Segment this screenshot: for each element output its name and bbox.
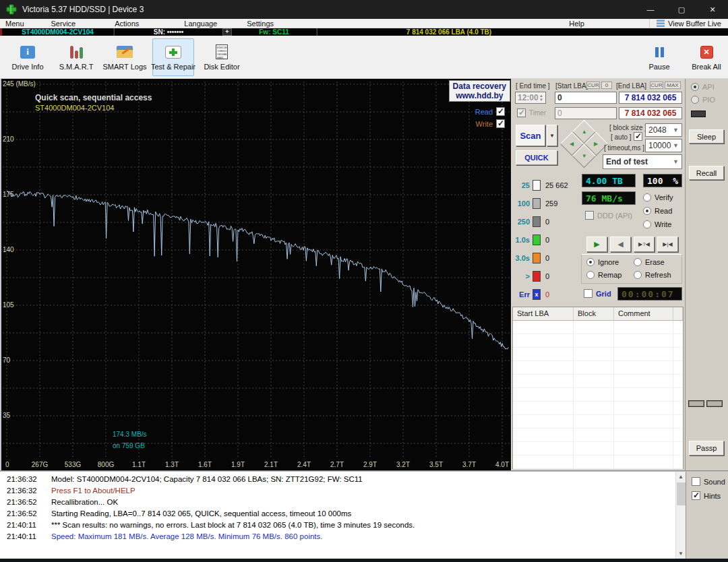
down-arrow-icon: ▼ xyxy=(582,153,587,159)
menu-item-settings[interactable]: Settings xyxy=(243,20,278,28)
read-checkbox[interactable] xyxy=(496,107,505,116)
erase-option[interactable]: Erase xyxy=(634,258,665,266)
ignore-option[interactable]: Ignore xyxy=(586,258,619,266)
menu-item-actions[interactable]: Actions xyxy=(111,20,143,28)
end-time-spinner[interactable]: 12:00▲▼ xyxy=(515,92,546,104)
start-lba-zero-button[interactable]: 0 xyxy=(601,82,612,89)
serial-reveal-button[interactable]: + xyxy=(222,28,232,36)
svg-text:1.6T: 1.6T xyxy=(198,461,212,468)
read-option[interactable]: Read xyxy=(643,207,672,215)
table-row[interactable] xyxy=(513,415,683,429)
end-lba-cur-button[interactable]: CUR xyxy=(650,82,663,89)
write-checkbox[interactable] xyxy=(496,119,505,128)
menu-item-service[interactable]: Service xyxy=(47,20,80,28)
write-option[interactable]: Write xyxy=(643,220,671,228)
log-entry: 21:40:11*** Scan results: no warnings, n… xyxy=(0,521,675,532)
stat-block-icon xyxy=(533,271,541,282)
test-repair-button[interactable]: Test & Repair xyxy=(152,38,194,76)
maximize-button[interactable]: ▢ xyxy=(666,0,697,19)
rewind-button[interactable]: ◀ xyxy=(610,237,631,252)
log-entry: 21:36:52Starting Reading, LBA=0..7 814 0… xyxy=(0,509,675,521)
capacity-lcd: 4.00 TB xyxy=(582,174,636,187)
scroll-up-icon[interactable]: ▲ xyxy=(676,472,686,482)
left-arrow-icon: ◀ xyxy=(570,141,574,147)
scroll-thumb[interactable] xyxy=(677,482,686,505)
defect-table[interactable]: Start LBA Block Comment xyxy=(512,307,684,469)
stat-block-icon xyxy=(533,235,541,245)
app-window: Victoria 5.37 HDD/SSD | Device 3 — ▢ ✕ M… xyxy=(0,0,728,562)
recall-button[interactable]: Recall xyxy=(689,166,724,180)
scan-dropdown-button[interactable]: ▼ xyxy=(547,125,557,146)
smart-button[interactable]: S.M.A.R.T xyxy=(55,38,97,76)
table-row[interactable] xyxy=(513,442,683,456)
table-row[interactable] xyxy=(513,348,683,361)
auto-checkbox[interactable] xyxy=(634,132,642,141)
table-row[interactable] xyxy=(513,321,683,334)
table-row[interactable] xyxy=(513,456,683,469)
table-row[interactable] xyxy=(513,361,683,375)
svg-text:800G: 800G xyxy=(98,461,115,468)
stat-block-icon xyxy=(533,180,541,191)
view-buffer-live-button[interactable]: View Buffer Live xyxy=(649,19,728,28)
svg-text:175: 175 xyxy=(3,191,14,198)
log-scrollbar[interactable]: ▲ ▼ xyxy=(675,472,686,559)
column-start-lba: Start LBA xyxy=(513,307,574,320)
scan-button[interactable]: Scan xyxy=(516,125,545,146)
quick-button[interactable]: QUICK xyxy=(516,150,557,165)
menu-item-menu[interactable]: Menu xyxy=(1,20,28,28)
write-legend: Write xyxy=(476,119,505,128)
table-row[interactable] xyxy=(513,334,683,348)
goto-end-button[interactable]: ▶|◀ xyxy=(657,237,678,252)
passp-button[interactable]: Passp xyxy=(689,441,724,456)
stat-block-icon xyxy=(533,216,541,227)
timeout-combo[interactable]: 10000▼ xyxy=(645,139,682,152)
scroll-down-icon[interactable]: ▼ xyxy=(676,549,686,559)
start-lba-cur-button[interactable]: CUR xyxy=(586,82,600,89)
stat-block-icon xyxy=(533,253,541,263)
timer-checkbox[interactable] xyxy=(517,108,526,117)
toolbar: i Drive Info S.M.A.R.T SMART Logs Test &… xyxy=(0,36,728,79)
timer-input[interactable]: 0 xyxy=(555,107,617,119)
stat-row-3.0s: 3.0s0 xyxy=(514,253,549,263)
pause-button[interactable]: Pause xyxy=(640,38,678,76)
ddd-option[interactable]: DDD (API) xyxy=(585,211,632,220)
smart-logs-button[interactable]: SMART Logs xyxy=(104,38,146,76)
play-icon: ▶ xyxy=(594,240,599,249)
end-of-test-combo[interactable]: End of test▼ xyxy=(603,154,682,169)
grid-checkbox[interactable] xyxy=(584,289,593,298)
start-lba-input[interactable]: 0 xyxy=(555,92,617,104)
hints-option[interactable]: Hints xyxy=(692,491,721,500)
verify-option[interactable]: Verify xyxy=(643,193,673,201)
test-tubes-icon xyxy=(70,46,83,59)
block-size-combo[interactable]: 2048▼ xyxy=(645,123,682,137)
remap-option[interactable]: Remap xyxy=(586,271,621,279)
table-row[interactable] xyxy=(513,402,683,415)
table-row[interactable] xyxy=(513,375,683,388)
break-all-button[interactable]: ✕ Break All xyxy=(688,38,725,76)
disk-editor-button[interactable]: 010110 110011 101000 0001 Disk Editor xyxy=(201,38,243,76)
sleep-button[interactable]: Sleep xyxy=(689,129,724,144)
current-lba-display: 7 814 032 065 xyxy=(619,107,682,119)
end-lba-display[interactable]: 7 814 032 065 xyxy=(619,92,682,104)
sound-checkbox xyxy=(692,477,700,486)
svg-text:533G: 533G xyxy=(65,461,82,468)
chevron-down-icon: ▼ xyxy=(673,127,679,133)
log-list[interactable]: 21:36:32Model: ST4000DM004-2CV104; Capac… xyxy=(0,472,675,559)
end-lba-max-button[interactable]: MAX xyxy=(665,82,681,89)
minimize-button[interactable]: — xyxy=(635,0,666,19)
sound-option[interactable]: Sound xyxy=(692,477,725,486)
hints-checkbox xyxy=(692,491,700,500)
table-row[interactable] xyxy=(513,388,683,402)
seek-test-button[interactable]: ▶?◀ xyxy=(634,237,655,252)
stat-row-250: 2500 xyxy=(514,216,549,227)
svg-text:2.4T: 2.4T xyxy=(297,461,311,468)
chevron-down-icon: ▼ xyxy=(673,158,679,165)
menu-item-help[interactable]: Help xyxy=(565,20,588,28)
close-button[interactable]: ✕ xyxy=(697,0,728,19)
menu-item-language[interactable]: Language xyxy=(180,20,221,28)
graph-subtitle: ST4000DM004-2CV104 xyxy=(35,104,114,112)
table-row[interactable] xyxy=(513,429,683,442)
drive-info-button[interactable]: i Drive Info xyxy=(7,38,49,76)
start-scan-button[interactable]: ▶ xyxy=(586,237,607,252)
refresh-option[interactable]: Refresh xyxy=(634,271,671,279)
